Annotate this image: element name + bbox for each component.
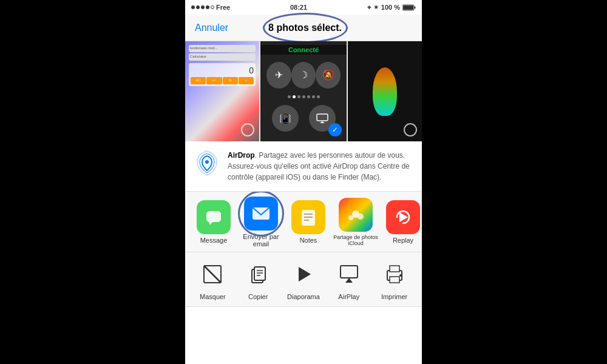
- svg-point-30: [399, 274, 402, 277]
- notes-icon: [291, 200, 325, 234]
- share-item-notes[interactable]: Notes: [285, 200, 332, 244]
- imprimer-label: Imprimer: [381, 293, 407, 300]
- svg-point-13: [348, 215, 353, 220]
- status-left: Free: [191, 4, 230, 11]
- status-bar: Free 08:21 ⌖ ✴ 100 %: [185, 0, 422, 15]
- masquer-icon: [197, 259, 228, 289]
- status-right: ⌖ ✴ 100 %: [367, 4, 416, 12]
- notes-label: Notes: [300, 237, 317, 244]
- airdrop-section: AirDrop. Partagez avec les personnes aut…: [185, 141, 422, 192]
- dot1: [191, 5, 195, 9]
- share-item-mail[interactable]: Envoyer par email: [237, 197, 285, 248]
- cancel-button[interactable]: Annuler: [195, 22, 228, 33]
- photo-3[interactable]: [348, 41, 422, 141]
- title-wrap: 8 photos sélect.: [268, 22, 342, 33]
- dot2: [196, 5, 200, 9]
- svg-marker-4: [320, 121, 325, 123]
- action-diaporama[interactable]: Diaporama: [282, 259, 325, 300]
- nav-bar: Annuler 8 photos sélect.: [185, 15, 422, 41]
- action-masquer[interactable]: Masquer: [191, 259, 234, 300]
- mail-label: Envoyer par email: [237, 233, 285, 248]
- ind6: [312, 95, 315, 98]
- svg-rect-1: [415, 6, 416, 8]
- svg-marker-26: [345, 278, 353, 283]
- svg-point-5: [205, 160, 209, 164]
- diaporama-icon: [288, 259, 319, 289]
- svg-rect-25: [341, 266, 358, 278]
- airdrop-description: . Partagez avec les personnes autour de …: [228, 151, 410, 181]
- airdrop-icon: [194, 150, 220, 177]
- photo-1-check: [241, 123, 254, 136]
- photo-3-check: [404, 123, 417, 136]
- share-item-replay[interactable]: Replay: [379, 200, 422, 244]
- signal-dots: [191, 5, 214, 9]
- svg-point-15: [358, 214, 364, 220]
- svg-line-18: [204, 266, 221, 283]
- airdrop-text: AirDrop. Partagez avec les personnes aut…: [228, 150, 413, 183]
- svg-rect-9: [302, 210, 315, 226]
- photo-grid: landscape mod... Calculator 0 AC +/- % ÷…: [185, 41, 422, 141]
- message-label: Message: [200, 237, 228, 244]
- airplane-btn: ✈: [266, 62, 291, 89]
- replay-label: Replay: [393, 237, 413, 244]
- share-items-container: Message Envoyer par email Notes: [185, 197, 422, 248]
- svg-marker-16: [399, 212, 408, 222]
- mail-icon: [244, 197, 278, 231]
- svg-rect-3: [317, 114, 328, 121]
- action-imprimer[interactable]: Imprimer: [373, 259, 416, 300]
- vibrate-btn: 📳: [272, 105, 299, 132]
- action-row: Masquer Copier: [185, 252, 422, 307]
- bell-btn: 🔕: [316, 62, 341, 89]
- icloud-photos-icon: [339, 198, 373, 232]
- nav-title: 8 photos sélect.: [268, 22, 342, 33]
- photo-2-check: ✓: [328, 123, 342, 136]
- phone-frame: Free 08:21 ⌖ ✴ 100 % Annuler 8 photos sé…: [185, 0, 422, 364]
- share-row: Message Envoyer par email Notes: [185, 192, 422, 252]
- ind5: [307, 95, 310, 98]
- ind3: [297, 95, 300, 98]
- svg-rect-6: [206, 211, 221, 222]
- ind2: [293, 95, 296, 98]
- action-copier[interactable]: Copier: [237, 259, 279, 300]
- svg-rect-2: [403, 5, 413, 10]
- airdrop-title: AirDrop: [228, 151, 255, 160]
- location-icon: ⌖: [367, 4, 371, 12]
- photo-1[interactable]: landscape mod... Calculator 0 AC +/- % ÷: [185, 41, 259, 141]
- airplay-icon: [334, 259, 364, 289]
- bluetooth-icon: ✴: [373, 4, 379, 12]
- svg-rect-28: [390, 266, 399, 272]
- moon-btn: ☽: [291, 62, 316, 89]
- dot5: [211, 5, 214, 9]
- imprimer-icon: [379, 259, 410, 289]
- control-row-1: ✈ ☽ 🔕: [266, 62, 341, 89]
- connected-label: Connecté: [260, 45, 347, 55]
- svg-rect-20: [254, 267, 265, 280]
- share-item-message[interactable]: Message: [190, 200, 237, 244]
- svg-marker-7: [209, 222, 212, 225]
- dot3: [201, 5, 205, 9]
- dots-indicator: [288, 95, 320, 98]
- dot4: [206, 5, 209, 9]
- svg-marker-24: [299, 267, 311, 281]
- icloud-photos-label: Partage de photos iCloud: [332, 234, 379, 246]
- time-label: 08:21: [290, 4, 307, 11]
- battery-icon: [402, 4, 416, 11]
- message-icon: [197, 200, 231, 234]
- diaporama-label: Diaporama: [287, 293, 320, 300]
- action-items-container: Masquer Copier: [190, 259, 417, 300]
- action-airplay[interactable]: AirPlay: [328, 259, 370, 300]
- replay-icon: [386, 200, 420, 234]
- ind1: [288, 95, 291, 98]
- copier-label: Copier: [248, 293, 268, 300]
- copier-icon: [243, 259, 273, 289]
- ind7: [317, 95, 320, 98]
- photo-2[interactable]: Connecté ✈ ☽ 🔕 📳 ✓: [260, 41, 347, 141]
- share-item-icloud-photos[interactable]: Partage de photos iCloud: [332, 198, 379, 246]
- battery-label: 100 %: [381, 4, 400, 11]
- masquer-label: Masquer: [200, 293, 226, 300]
- airplay-label: AirPlay: [338, 293, 359, 300]
- svg-rect-29: [390, 277, 399, 283]
- ind4: [302, 95, 305, 98]
- carrier-label: Free: [216, 4, 230, 11]
